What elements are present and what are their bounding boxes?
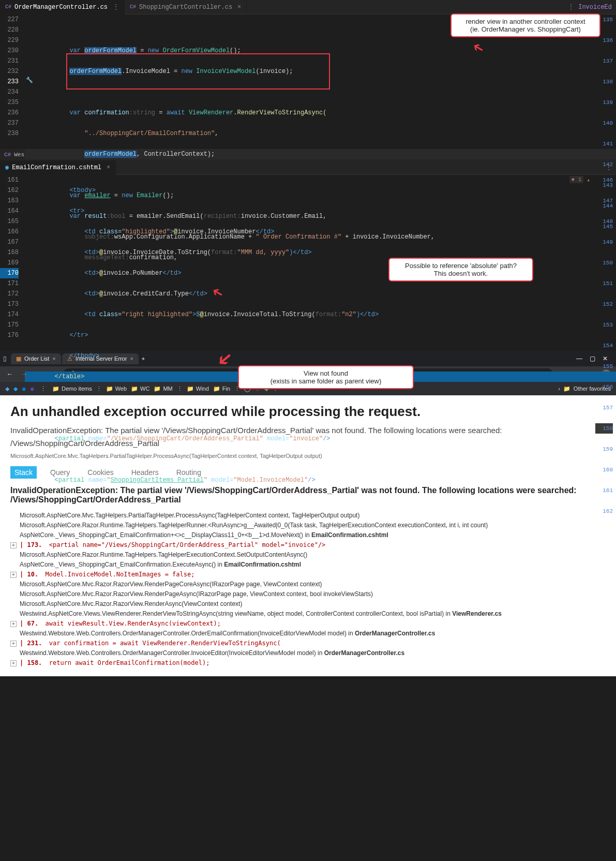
expand-button[interactable]: + <box>10 621 17 627</box>
tab-shopping-cart[interactable]: C# ShoppingCartController.cs × <box>125 0 247 14</box>
tab-favicon: ▦ <box>16 355 21 362</box>
expand-button[interactable]: + <box>10 660 17 666</box>
expand-button[interactable]: + <box>10 542 17 548</box>
stack-trace: Microsoft.AspNetCore.Mvc.TagHelpers.Part… <box>10 511 606 667</box>
back-icon[interactable]: ← <box>5 370 14 378</box>
tab-label: ShoppingCartController.cs <box>139 4 232 11</box>
tab-overflow-icon[interactable]: ⋮ <box>568 3 574 11</box>
editor-pane-1[interactable]: 227 228 229 230 231 232 233 234 235 236 … <box>0 14 616 149</box>
callout-render-context: render view in another controller contex… <box>450 13 600 37</box>
right-tab[interactable]: InvoiceEd <box>578 4 612 11</box>
close-icon[interactable]: ⋮ <box>113 3 119 11</box>
tab-label: OrderManagerController.cs <box>14 4 108 11</box>
highlight-box-1 <box>66 53 330 90</box>
expand-button[interactable]: + <box>10 572 17 578</box>
right-line-gutter: 146 147 148 149 150 151 152 153 154 155 … <box>595 175 616 516</box>
forward-icon[interactable]: → <box>20 370 29 378</box>
ide-container: C# OrderManagerController.cs ⋮ C# Shoppi… <box>0 0 616 351</box>
close-icon[interactable]: × <box>237 4 241 11</box>
line-gutter: 161 162 163 164 165 166 167 168 169 170 … <box>0 175 25 351</box>
csharp-icon: C# <box>4 152 11 158</box>
file-lang-icon: C# <box>5 4 11 10</box>
tab-order-manager[interactable]: C# OrderManagerController.cs ⋮ <box>0 0 125 14</box>
cshtml-icon: ◉ <box>5 164 9 171</box>
line-gutter: 227 228 229 230 231 232 233 234 235 236 … <box>0 14 25 149</box>
file-lang-icon: C# <box>130 4 136 10</box>
editor-tab-bar: C# OrderManagerController.cs ⋮ C# Shoppi… <box>0 0 616 14</box>
callout-absolute-path: Possible to reference 'absolute' path?Th… <box>388 258 533 281</box>
expand-button[interactable]: + <box>10 641 17 647</box>
sidebar-icon[interactable]: ▯ <box>3 355 7 362</box>
editor-pane-2[interactable]: 161 162 163 164 165 166 167 168 169 170 … <box>0 175 616 351</box>
callout-view-not-found: View not found(exists in same folder as … <box>238 365 414 389</box>
